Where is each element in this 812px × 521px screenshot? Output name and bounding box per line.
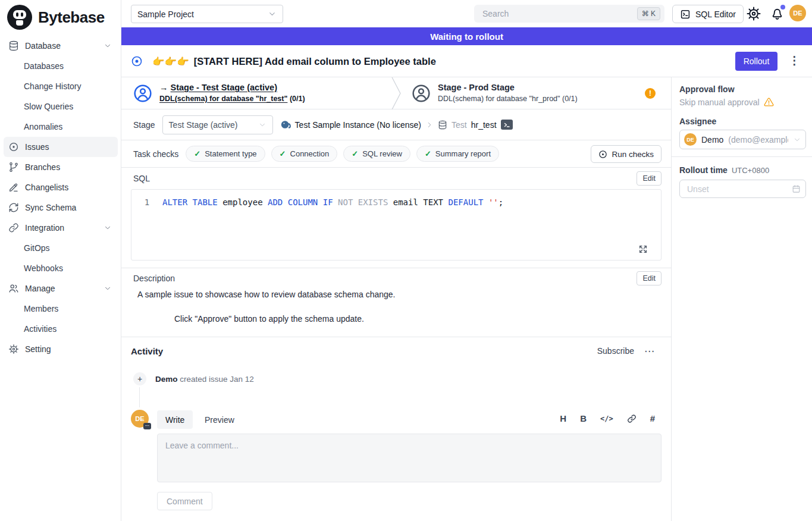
- sidebar-item-issues[interactable]: Issues: [4, 137, 118, 157]
- stage-arrow: →: [159, 83, 168, 92]
- comment-avatar: DE ···: [131, 410, 149, 428]
- plus-icon: +: [133, 372, 146, 385]
- sql-edit-button[interactable]: Edit: [637, 171, 661, 186]
- search-input[interactable]: [474, 5, 664, 23]
- postgres-icon: [280, 120, 291, 130]
- sidebar-item-setting[interactable]: Setting: [4, 339, 118, 359]
- check-pill-statement-type[interactable]: ✓Statement type: [186, 146, 265, 162]
- description-edit-button[interactable]: Edit: [637, 271, 661, 285]
- sidebar-item-branches[interactable]: Branches: [4, 157, 118, 177]
- comment-input[interactable]: [157, 434, 661, 482]
- comment-toolbar: H B </> #: [560, 413, 655, 423]
- chevron-down-icon: [104, 42, 112, 50]
- activity-section: Activity Subscribe ⋯ + Demo created issu…: [121, 337, 671, 521]
- check-pill-summary-report[interactable]: ✓Summary report: [416, 146, 499, 162]
- stage-card-test[interactable]: → Stage - Test Stage (active) DDL(schema…: [121, 77, 396, 109]
- right-panel: Approval flow Skip manual approval Assig…: [671, 77, 812, 521]
- search-box: ⌘ K: [474, 5, 664, 23]
- check-icon: ✓: [425, 149, 431, 158]
- person-circle-icon: [133, 84, 152, 103]
- task-checks-bar: Task checks ✓Statement type ✓Connection …: [121, 140, 671, 168]
- sidebar-item-gitops[interactable]: GitOps: [4, 238, 118, 258]
- assignee-name: Demo: [701, 135, 723, 145]
- sidebar-item-webhooks[interactable]: Webhooks: [4, 258, 118, 278]
- code-icon[interactable]: </>: [600, 415, 613, 423]
- link-icon[interactable]: [627, 414, 637, 423]
- expand-icon[interactable]: [638, 244, 648, 254]
- stage-select-value: Test Stage (active): [169, 120, 238, 130]
- link-icon: [8, 222, 19, 233]
- sidebar-item-sync-schema[interactable]: Sync Schema: [4, 197, 118, 218]
- circle-dot-icon: [8, 142, 19, 152]
- sidebar-item-slow-queries[interactable]: Slow Queries: [4, 96, 118, 117]
- more-options-icon[interactable]: ⋯: [644, 345, 654, 357]
- gear-icon: [8, 344, 19, 354]
- rollout-time-label: Rollout time: [679, 165, 728, 175]
- chevron-down-icon: [793, 136, 801, 144]
- rollout-button[interactable]: Rollout: [735, 52, 777, 71]
- bytebase-logo[interactable]: Bytebase: [0, 0, 121, 30]
- user-avatar[interactable]: DE: [789, 5, 806, 21]
- kebab-menu-icon[interactable]: ⋮: [789, 54, 800, 67]
- sidebar-item-change-history[interactable]: Change History: [4, 76, 118, 96]
- bytebase-logo-icon: [7, 5, 32, 30]
- check-pill-connection[interactable]: ✓Connection: [271, 146, 338, 162]
- sidebar-item-members[interactable]: Members: [4, 299, 118, 319]
- notifications-bell-icon[interactable]: [770, 6, 785, 21]
- tab-preview[interactable]: Preview: [196, 410, 243, 429]
- bold-icon[interactable]: B: [580, 413, 587, 423]
- users-icon: [8, 283, 19, 294]
- refresh-icon: [8, 202, 19, 213]
- assignee-select[interactable]: DE Demo (demo@example: [679, 130, 806, 149]
- environment-label: Test: [452, 120, 467, 130]
- sidebar-item-databases[interactable]: Databases: [4, 56, 118, 76]
- sql-editor-box[interactable]: 1 ALTER TABLE employee ADD COLUMN IF NOT…: [131, 189, 661, 260]
- panel-divider: [672, 156, 812, 157]
- run-checks-button[interactable]: Run checks: [591, 145, 661, 163]
- event-actor: Demo: [155, 375, 178, 384]
- check-pill-sql-review[interactable]: ✓SQL review: [343, 146, 410, 162]
- description-note: Click "Approve" button to apply the sche…: [174, 314, 364, 324]
- stage-count: (0/1): [562, 95, 578, 103]
- settings-gear-icon[interactable]: [746, 6, 761, 21]
- instance-link[interactable]: Test Sample Instance (No license): [295, 120, 421, 130]
- stage-select[interactable]: Test Stage (active): [162, 115, 273, 134]
- description-text: A sample issue to showcase how to review…: [137, 290, 395, 299]
- sidebar-item-changelists[interactable]: Changelists: [4, 177, 118, 197]
- rollout-time-input[interactable]: [679, 180, 806, 198]
- sidebar-item-database[interactable]: Database: [4, 36, 118, 56]
- database-icon: [438, 120, 447, 130]
- sql-label: SQL: [133, 174, 150, 183]
- stage-name: Stage - Test Stage (active): [171, 83, 277, 92]
- assignee-label: Assignee: [679, 117, 716, 126]
- project-select[interactable]: Sample Project: [131, 5, 283, 23]
- assignee-email: (demo@example: [728, 135, 788, 145]
- main-content: → Stage - Test Stage (active) DDL(schema…: [121, 77, 671, 521]
- database-icon: [8, 40, 19, 51]
- sql-editor-button[interactable]: SQL Editor: [672, 5, 744, 23]
- sql-editor-label: SQL Editor: [695, 10, 736, 19]
- brand-name: Bytebase: [38, 8, 105, 27]
- stage-task: DDL(schema) for database "hr_prod": [438, 95, 560, 103]
- stage-card-prod[interactable]: Stage - Prod Stage DDL(schema) for datab…: [396, 77, 671, 109]
- comment-submit-button[interactable]: Comment: [157, 492, 212, 510]
- sidebar-nav: Database Databases Change History Slow Q…: [0, 36, 121, 359]
- database-link[interactable]: hr_test: [471, 120, 497, 130]
- sidebar-item-manage[interactable]: Manage: [4, 278, 118, 299]
- bytebase-app: Bytebase Database Databases Change Histo…: [0, 0, 812, 521]
- sql-section: SQL Edit 1 ALTER TABLE employee ADD COLU…: [121, 168, 671, 268]
- left-sidebar: Bytebase Database Databases Change Histo…: [0, 0, 121, 521]
- hash-icon[interactable]: #: [650, 413, 655, 423]
- sidebar-item-activities[interactable]: Activities: [4, 319, 118, 339]
- approval-flow-label: Approval flow: [679, 84, 735, 94]
- sidebar-item-integration[interactable]: Integration: [4, 218, 118, 238]
- chevron-right-icon: [425, 121, 434, 129]
- tab-write[interactable]: Write: [157, 410, 193, 429]
- sidebar-item-anomalies[interactable]: Anomalies: [4, 117, 118, 137]
- timezone-label: UTC+0800: [732, 166, 769, 175]
- subscribe-button[interactable]: Subscribe: [597, 346, 634, 356]
- terminal-icon: [680, 9, 691, 20]
- open-sql-editor-icon[interactable]: [501, 120, 513, 130]
- stage-name: Stage - Prod Stage: [438, 82, 578, 94]
- heading-icon[interactable]: H: [560, 413, 566, 423]
